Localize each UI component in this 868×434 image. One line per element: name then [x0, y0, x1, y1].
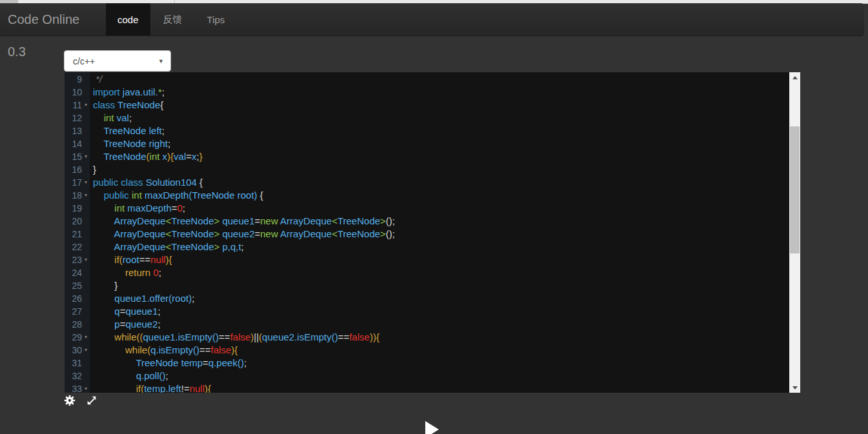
- code-line[interactable]: while((queue1.isEmpty()==false)||(queue2…: [93, 331, 800, 344]
- line-number[interactable]: 10: [65, 86, 90, 99]
- code-line[interactable]: ArrayDeque<TreeNode> queue1=new ArrayDeq…: [93, 215, 800, 228]
- language-select-value: c/c++: [73, 56, 95, 66]
- code-line[interactable]: p=queue2;: [93, 318, 800, 331]
- line-number[interactable]: 13: [65, 124, 90, 137]
- line-number[interactable]: 15▾: [65, 150, 90, 163]
- line-number[interactable]: 20: [65, 215, 90, 228]
- tab-tips[interactable]: Tips: [196, 3, 237, 35]
- code-line[interactable]: TreeNode left;: [93, 124, 800, 137]
- line-number[interactable]: 26: [65, 292, 90, 305]
- fold-arrow-icon[interactable]: ▾: [82, 253, 90, 266]
- run-button[interactable]: [425, 421, 439, 434]
- triangle-down-icon: [792, 386, 798, 390]
- code-line[interactable]: TreeNode right;: [93, 137, 800, 150]
- code-line[interactable]: class TreeNode{: [93, 99, 800, 112]
- code-line[interactable]: }: [93, 279, 800, 292]
- code-line[interactable]: import java.util.*;: [93, 86, 800, 99]
- fold-arrow-icon[interactable]: ▾: [82, 189, 90, 202]
- line-number[interactable]: 31: [65, 357, 90, 370]
- triangle-up-icon: [792, 76, 798, 79]
- code-line[interactable]: q.poll();: [93, 370, 800, 382]
- tab-code[interactable]: code: [106, 3, 150, 35]
- line-number[interactable]: 11▾: [65, 99, 90, 112]
- code-editor[interactable]: 91011▾12131415▾1617▾18▾1920212223▾242526…: [65, 72, 800, 393]
- code-line[interactable]: */: [93, 73, 800, 86]
- line-number[interactable]: 9: [65, 73, 90, 86]
- code-line[interactable]: return 0;: [93, 266, 800, 279]
- code-lines[interactable]: */import java.util.*;class TreeNode{ int…: [90, 72, 800, 393]
- code-line[interactable]: int val;: [93, 112, 800, 124]
- expand-arrows-icon: [86, 395, 97, 406]
- line-number[interactable]: 23▾: [65, 253, 90, 266]
- line-number[interactable]: 28: [65, 318, 90, 331]
- line-number[interactable]: 30▾: [65, 344, 90, 357]
- code-line[interactable]: }: [93, 163, 800, 176]
- line-number[interactable]: 19: [65, 202, 90, 215]
- code-line[interactable]: public int maxDepth(TreeNode root) {: [93, 189, 800, 202]
- settings-button[interactable]: [64, 395, 76, 406]
- code-line[interactable]: ArrayDeque<TreeNode> queue2=new ArrayDeq…: [93, 228, 800, 241]
- code-line[interactable]: int maxDepth=0;: [93, 202, 800, 215]
- scroll-down-button[interactable]: [789, 382, 800, 393]
- expand-button[interactable]: [86, 395, 97, 406]
- code-line[interactable]: ArrayDeque<TreeNode> p,q,t;: [93, 241, 800, 253]
- fold-arrow-icon[interactable]: ▾: [82, 344, 90, 357]
- editor-scrollbar[interactable]: [789, 72, 800, 393]
- fold-arrow-icon[interactable]: ▾: [82, 150, 90, 163]
- scrollbar-thumb[interactable]: [790, 126, 800, 253]
- code-line[interactable]: q=queue1;: [93, 305, 800, 318]
- line-number[interactable]: 24: [65, 266, 90, 279]
- scroll-up-button[interactable]: [789, 72, 800, 83]
- fold-arrow-icon[interactable]: ▾: [82, 382, 90, 393]
- line-number[interactable]: 14: [65, 137, 90, 150]
- line-number[interactable]: 33▾: [65, 382, 90, 393]
- line-number[interactable]: 21: [65, 228, 90, 241]
- app-title: Code Online 0.3: [0, 3, 106, 35]
- top-navbar: Code Online 0.3 code 反馈 Tips: [0, 3, 864, 36]
- tab-feedback[interactable]: 反馈: [152, 3, 194, 35]
- code-line[interactable]: public class Solution104 {: [93, 176, 800, 189]
- line-number[interactable]: 18▾: [65, 189, 90, 202]
- code-line[interactable]: while(q.isEmpty()==false){: [93, 344, 800, 357]
- chevron-down-icon: ▼: [158, 58, 164, 64]
- line-number[interactable]: 12: [65, 112, 90, 124]
- fold-arrow-icon[interactable]: ▾: [82, 176, 90, 189]
- fold-arrow-icon[interactable]: ▾: [82, 331, 90, 344]
- code-line[interactable]: if(root==null){: [93, 253, 800, 266]
- line-number[interactable]: 17▾: [65, 176, 90, 189]
- gutter[interactable]: 91011▾12131415▾1617▾18▾1920212223▾242526…: [65, 72, 90, 393]
- line-number[interactable]: 16: [65, 163, 90, 176]
- fold-arrow-icon[interactable]: ▾: [82, 99, 90, 112]
- gear-icon: [64, 395, 76, 406]
- code-line[interactable]: queue1.offer(root);: [93, 292, 800, 305]
- code-line[interactable]: if(temp.left!=null){: [93, 382, 800, 393]
- line-number[interactable]: 22: [65, 241, 90, 253]
- line-number[interactable]: 32: [65, 370, 90, 382]
- language-select[interactable]: c/c++ ▼: [64, 50, 171, 72]
- code-line[interactable]: TreeNode temp=q.peek();: [93, 357, 800, 370]
- code-line[interactable]: TreeNode(int x){val=x;}: [93, 150, 800, 163]
- line-number[interactable]: 29▾: [65, 331, 90, 344]
- line-number[interactable]: 25: [65, 279, 90, 292]
- line-number[interactable]: 27: [65, 305, 90, 318]
